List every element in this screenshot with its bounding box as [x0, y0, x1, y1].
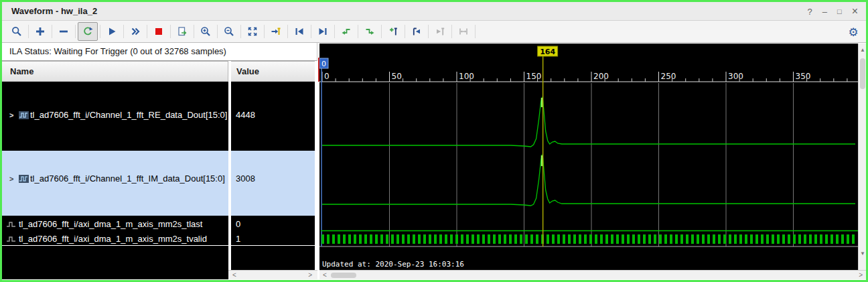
- first-sample-icon: [294, 26, 305, 37]
- next-marker-button[interactable]: [431, 23, 449, 40]
- vscrollbar-thumb[interactable]: [860, 58, 865, 89]
- tree-bottom-separator: [2, 245, 315, 246]
- swap-markers-icon: [458, 26, 469, 37]
- signal-name: tl_ad7606_fft_i/axi_dma_1_m_axis_mm2s_tl…: [19, 218, 202, 231]
- play-icon: [106, 26, 117, 37]
- expand-icon[interactable]: >: [9, 109, 13, 122]
- previous-transition-button[interactable]: [337, 23, 356, 40]
- ila-status-bar: ILA Status: Waiting For Trigger (0 out o…: [2, 43, 317, 61]
- svg-text:100: 100: [459, 72, 474, 81]
- help-icon[interactable]: ?: [808, 7, 812, 17]
- signal-name-tree: > tl_ad7606_fft_i/Channel_1_fft_RE_data_…: [2, 82, 228, 279]
- scroll-left-icon[interactable]: <: [323, 271, 327, 280]
- next-transition-button[interactable]: [360, 23, 379, 40]
- waveform-canvas[interactable]: 0501001502002503003500164: [319, 44, 858, 270]
- svg-text:50: 50: [392, 72, 402, 81]
- scroll-right-icon[interactable]: >: [308, 271, 312, 280]
- signal-row-tvalid[interactable]: tl_ad7606_fft_i/axi_dma_1_m_axis_mm2s_tv…: [2, 232, 228, 246]
- add-marker-button[interactable]: [384, 23, 403, 40]
- waveform-hscrollbar[interactable]: < >: [319, 270, 866, 279]
- stop-icon: [153, 26, 164, 37]
- waveform-vscrollbar[interactable]: ▲ ▼: [858, 44, 866, 270]
- signal-name: tl_ad7606_fft_i/Channel_1_fft_RE_data_Do…: [30, 109, 227, 122]
- zoom-out-button[interactable]: [220, 23, 238, 40]
- signal-name: tl_ad7606_fft_i/Channel_1_fft_IM_data_Do…: [30, 172, 225, 186]
- scroll-up-icon[interactable]: ▲: [859, 46, 867, 54]
- signal-row-im[interactable]: > tl_ad7606_fft_i/Channel_1_fft_IM_data_…: [2, 172, 228, 186]
- go-to-start-button[interactable]: [290, 23, 309, 40]
- swap-markers-button[interactable]: [454, 23, 473, 40]
- fast-forward-icon: [130, 26, 141, 37]
- svg-text:300: 300: [728, 72, 743, 81]
- pane-divider[interactable]: [315, 61, 319, 279]
- ila-status-text: ILA Status: Waiting For Trigger (0 out o…: [9, 46, 226, 56]
- bus-signal-icon: [19, 175, 29, 183]
- window-controls: ? – □ ×: [808, 2, 858, 21]
- minimize-icon[interactable]: –: [822, 7, 827, 17]
- run-trigger-button[interactable]: [102, 23, 121, 40]
- svg-text:350: 350: [796, 72, 811, 81]
- name-pane-hscrollbar[interactable]: < >: [228, 270, 317, 279]
- zoom-in-button[interactable]: [196, 23, 215, 40]
- value-column-header[interactable]: Value: [231, 61, 317, 82]
- expand-icon[interactable]: >: [9, 172, 13, 186]
- svg-text:0: 0: [324, 72, 330, 81]
- remove-probes-button[interactable]: [54, 23, 73, 40]
- add-probes-button[interactable]: [31, 23, 50, 40]
- export-page-icon: [177, 26, 188, 37]
- trigger-red-tick: [318, 58, 319, 82]
- scroll-right-icon[interactable]: >: [859, 271, 863, 280]
- settings-button[interactable]: ⚙: [845, 24, 861, 40]
- signal-value[interactable]: 3008: [236, 172, 309, 186]
- go-to-trigger-button[interactable]: [267, 23, 285, 40]
- signal-name: tl_ad7606_fft_i/axi_dma_1_m_axis_mm2s_tv…: [19, 232, 207, 246]
- go-to-end-button[interactable]: [313, 23, 332, 40]
- signal-value[interactable]: 4448: [236, 109, 309, 122]
- maximize-icon[interactable]: □: [837, 7, 842, 15]
- next-marker-icon: [435, 26, 445, 37]
- gear-icon: ⚙: [848, 25, 858, 40]
- next-transition-icon: [364, 26, 375, 37]
- close-icon[interactable]: ×: [852, 5, 858, 17]
- updated-at-text: Updated at: 2020-Sep-23 16:03:16: [322, 260, 464, 269]
- plus-icon: [35, 26, 46, 37]
- last-sample-icon: [317, 26, 328, 37]
- signal-row-re[interactable]: > tl_ad7606_fft_i/Channel_1_fft_RE_data_…: [2, 109, 228, 122]
- signal-value-column: 4448 3008 0 1: [231, 82, 315, 270]
- svg-text:250: 250: [661, 72, 676, 81]
- window-title: Waveform - hw_ila_2: [11, 2, 97, 21]
- export-ila-data-button[interactable]: [173, 23, 192, 40]
- zoom-out-icon: [224, 26, 234, 37]
- auto-re-trigger-button[interactable]: [78, 22, 98, 41]
- svg-text:0: 0: [321, 60, 326, 68]
- title-bar: Waveform - hw_ila_2 ? – □ ×: [2, 2, 866, 21]
- svg-text:200: 200: [593, 72, 609, 81]
- scroll-down-icon[interactable]: ▼: [859, 250, 867, 258]
- previous-marker-button[interactable]: [407, 23, 426, 40]
- signal-row-tlast[interactable]: tl_ad7606_fft_i/axi_dma_1_m_axis_mm2s_tl…: [2, 218, 228, 231]
- minus-icon: [58, 26, 69, 37]
- zoom-in-icon: [200, 26, 211, 37]
- hscrollbar-thumb[interactable]: [331, 273, 356, 278]
- waveform-toolbar: [2, 21, 866, 43]
- bit-signal-icon: [6, 235, 16, 243]
- prev-transition-icon: [341, 26, 352, 37]
- bit-signal-icon: [6, 220, 16, 228]
- circular-arrow-icon: [82, 26, 93, 37]
- run-trigger-immediate-button[interactable]: [126, 23, 145, 40]
- magnifier-icon: [11, 26, 22, 37]
- svg-text:150: 150: [526, 72, 542, 81]
- bus-signal-icon: [19, 111, 29, 119]
- stop-trigger-button[interactable]: [149, 23, 168, 40]
- signal-value[interactable]: 1: [236, 232, 309, 246]
- name-column-header[interactable]: Name: [2, 61, 228, 82]
- svg-text:164: 164: [540, 48, 555, 56]
- signal-value[interactable]: 0: [236, 218, 309, 231]
- arrow-to-trigger-icon: [271, 26, 281, 37]
- prev-marker-icon: [411, 26, 422, 37]
- find-signal-button[interactable]: [7, 23, 26, 40]
- scroll-left-icon[interactable]: <: [232, 271, 236, 280]
- zoom-fit-button[interactable]: [243, 23, 262, 40]
- add-marker-icon: [388, 26, 399, 37]
- zoom-fit-icon: [247, 26, 258, 37]
